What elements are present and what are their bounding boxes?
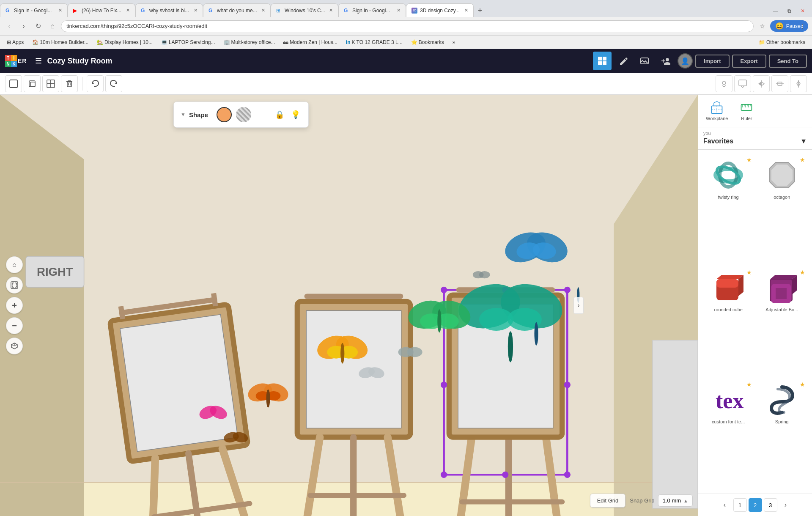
tab-4[interactable]: G what do you me... ✕ — [203, 3, 271, 17]
bottom-controls: Edit Grid Snap Grid 1.0 mm ▲ — [590, 494, 693, 508]
custom-font-star[interactable]: ★ — [746, 381, 752, 388]
align-tool[interactable] — [771, 75, 788, 92]
bookmark-bookmarks[interactable]: ⭐ Bookmarks — [408, 38, 447, 46]
shape-item-twisty-ring[interactable]: ★ twisty ring — [703, 155, 754, 264]
shape-item-octagon[interactable]: ★ octagon — [757, 155, 807, 264]
svg-point-91 — [534, 322, 538, 346]
edit-grid-button[interactable]: Edit Grid — [590, 494, 626, 508]
canvas-area[interactable]: RIGHT ▼ Shape 🔒 💡 — [0, 95, 698, 516]
bookmark-homes[interactable]: 🏠 10m Homes Builder... — [29, 38, 92, 46]
zoom-out-button[interactable]: − — [6, 317, 23, 334]
3d-view-button[interactable] — [6, 338, 23, 354]
refresh-button[interactable]: ↻ — [32, 20, 44, 32]
bookmark-more[interactable]: » — [449, 38, 459, 46]
bookmark-apps[interactable]: ⊞ Apps — [3, 38, 27, 46]
minimize-button[interactable]: — — [770, 5, 782, 17]
light-icon — [719, 79, 729, 88]
hamburger-menu[interactable]: ☰ — [33, 55, 44, 67]
tab-5-close[interactable]: ✕ — [329, 8, 333, 13]
tab-2[interactable]: ▶ (26) How To Fix... ✕ — [68, 3, 135, 17]
restore-button[interactable]: ⧉ — [783, 5, 795, 17]
tab-1[interactable]: G Sign in - Googl... ✕ — [0, 3, 68, 17]
shape-item-adjustable-box[interactable]: ★ Adjustable Bo... — [757, 267, 807, 376]
app-header: T I N K ER ☰ Cozy Study Room — [0, 49, 812, 73]
filter-dropdown[interactable]: Favorites ▼ — [703, 137, 807, 146]
mirror-tool[interactable] — [753, 75, 770, 92]
light-tool[interactable] — [716, 75, 732, 92]
tab-7[interactable]: 3D 3D design Cozy... ✕ — [406, 3, 474, 17]
tab-1-close[interactable]: ✕ — [58, 8, 62, 13]
edit-mode-button[interactable] — [614, 52, 633, 70]
bookmark-display[interactable]: 🏡 Display Homes | 10... — [93, 38, 156, 46]
bookmark-office-label: Multi-storey office... — [231, 39, 275, 45]
spring-star[interactable]: ★ — [800, 381, 805, 388]
tab-6[interactable]: G Sign in - Googl... ✕ — [338, 3, 406, 17]
hole-shape-button[interactable] — [236, 107, 251, 122]
page-2-button[interactable]: 2 — [749, 498, 762, 512]
send-to-button[interactable]: Send To — [769, 55, 807, 68]
extension-user[interactable]: 😄 Paused — [783, 20, 795, 32]
rounded-cube-star[interactable]: ★ — [746, 269, 752, 276]
bookmark-laptop[interactable]: 💻 LAPTOP Servicing... — [158, 38, 219, 46]
tab-3[interactable]: G why svhost is bl... ✕ — [135, 3, 203, 17]
next-page-button[interactable]: › — [779, 498, 793, 512]
bookmark-zen[interactable]: 🏘 Modern Zen | Hous... — [280, 38, 341, 46]
flip-tool[interactable] — [790, 75, 807, 92]
panel-tools: Workplane Ruler — [698, 95, 812, 127]
comment-tool[interactable] — [734, 75, 751, 92]
octagon-star[interactable]: ★ — [800, 156, 805, 163]
bookmark-star[interactable]: ☆ — [756, 20, 768, 32]
bookmark-linkedin[interactable]: in K TO 12 GRADE 3 L... — [343, 38, 406, 46]
copy-button[interactable] — [24, 75, 41, 92]
zoom-in-button[interactable]: + — [6, 297, 23, 314]
undo-button[interactable] — [87, 75, 104, 92]
delete-button[interactable] — [61, 75, 78, 92]
tab-3-close[interactable]: ✕ — [194, 8, 198, 13]
bulb-icon[interactable]: 💡 — [290, 109, 302, 121]
new-shape-button[interactable] — [5, 75, 22, 92]
tab-6-close[interactable]: ✕ — [397, 8, 401, 13]
import-button[interactable]: Import — [695, 55, 729, 68]
gallery-mode-button[interactable] — [635, 52, 654, 70]
add-collaborator-button[interactable] — [656, 52, 675, 70]
tab-7-close[interactable]: ✕ — [464, 8, 468, 13]
svg-rect-3 — [603, 61, 606, 65]
shape-item-custom-font[interactable]: ★ tex custom font te... — [703, 379, 754, 489]
redo-button[interactable] — [105, 75, 122, 92]
bookmark-other[interactable]: 📁 Other bookmarks — [755, 38, 809, 46]
tab-4-close[interactable]: ✕ — [261, 8, 265, 13]
ruler-tool[interactable]: Ruler — [735, 98, 757, 124]
grid-view-button[interactable] — [593, 52, 612, 70]
back-button[interactable]: ‹ — [3, 20, 15, 32]
workplane-tool[interactable]: Workplane — [702, 98, 732, 124]
svg-rect-7 — [30, 82, 35, 87]
user-avatar[interactable]: 👤 — [678, 53, 693, 69]
prev-page-button[interactable]: ‹ — [718, 498, 732, 512]
adjustable-box-star[interactable]: ★ — [800, 269, 805, 276]
bookmark-office[interactable]: 🏢 Multi-storey office... — [220, 38, 279, 46]
snap-input[interactable]: 1.0 mm ▲ — [658, 494, 693, 507]
shape-item-spring[interactable]: ★ Spring — [757, 379, 807, 489]
fit-view-button[interactable] — [6, 277, 23, 294]
main-content: RIGHT ▼ Shape 🔒 💡 — [0, 95, 812, 516]
twisty-ring-star[interactable]: ★ — [746, 156, 752, 163]
export-button[interactable]: Export — [732, 55, 766, 68]
new-tab-button[interactable]: + — [474, 4, 486, 17]
address-bar[interactable] — [61, 20, 754, 32]
page-3-button[interactable]: 3 — [764, 498, 777, 512]
browser-menu[interactable]: ⋮ — [797, 20, 809, 32]
panel-toggle-chevron[interactable]: › — [573, 297, 584, 314]
duplicate-button[interactable] — [42, 75, 59, 92]
solid-shape-button[interactable] — [217, 107, 232, 122]
forward-button[interactable]: › — [18, 20, 30, 32]
tab-2-close[interactable]: ✕ — [126, 8, 130, 13]
close-button[interactable]: ✕ — [797, 5, 809, 17]
shape-item-rounded-cube[interactable]: ★ rounded cube — [703, 267, 754, 376]
home-view-button[interactable]: ⌂ — [6, 256, 23, 273]
home-button[interactable]: ⌂ — [47, 20, 58, 32]
tinkercad-logo[interactable]: T I N K ER — [5, 55, 27, 67]
tab-5[interactable]: ⊞ Windows 10's C... ✕ — [271, 3, 338, 17]
lock-icon[interactable]: 🔒 — [274, 109, 285, 121]
page-1-button[interactable]: 1 — [733, 498, 747, 512]
svg-rect-129 — [716, 279, 738, 288]
